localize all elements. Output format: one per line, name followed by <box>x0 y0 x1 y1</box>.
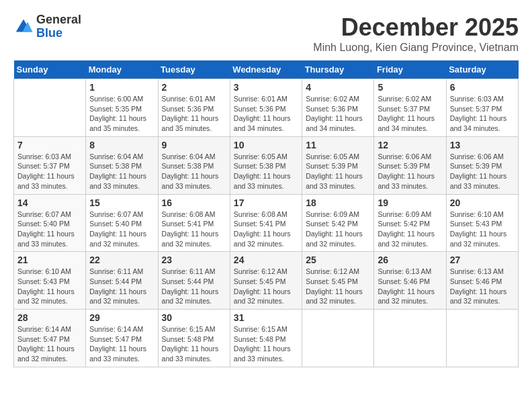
calendar-cell: 22Sunrise: 6:11 AMSunset: 5:44 PMDayligh… <box>86 252 158 310</box>
day-info: Sunrise: 6:07 AMSunset: 5:40 PMDaylight:… <box>89 210 154 249</box>
calendar-cell: 23Sunrise: 6:11 AMSunset: 5:44 PMDayligh… <box>158 252 230 310</box>
calendar-cell: 19Sunrise: 6:09 AMSunset: 5:42 PMDayligh… <box>374 194 446 252</box>
day-info: Sunrise: 6:00 AMSunset: 5:35 PMDaylight:… <box>89 94 154 134</box>
calendar-cell: 18Sunrise: 6:09 AMSunset: 5:42 PMDayligh… <box>302 194 374 252</box>
day-info: Sunrise: 6:05 AMSunset: 5:39 PMDaylight:… <box>306 152 370 191</box>
calendar-cell <box>446 310 518 367</box>
day-info: Sunrise: 6:12 AMSunset: 5:45 PMDaylight:… <box>234 267 298 306</box>
calendar-cell: 26Sunrise: 6:13 AMSunset: 5:46 PMDayligh… <box>374 252 446 310</box>
calendar-cell: 7Sunrise: 6:03 AMSunset: 5:37 PMDaylight… <box>14 136 86 194</box>
calendar-header: SundayMondayTuesdayWednesdayThursdayFrid… <box>14 60 519 79</box>
calendar-cell: 12Sunrise: 6:06 AMSunset: 5:39 PMDayligh… <box>374 136 446 194</box>
day-info: Sunrise: 6:15 AMSunset: 5:48 PMDaylight:… <box>162 324 226 364</box>
calendar-cell: 30Sunrise: 6:15 AMSunset: 5:48 PMDayligh… <box>158 310 230 367</box>
location: Minh Luong, Kien Giang Province, Vietnam <box>313 42 519 54</box>
calendar-cell: 2Sunrise: 6:01 AMSunset: 5:36 PMDaylight… <box>158 79 230 137</box>
logo-general: General <box>36 13 81 27</box>
day-number: 27 <box>450 255 515 265</box>
day-info: Sunrise: 6:03 AMSunset: 5:37 PMDaylight:… <box>17 152 82 191</box>
calendar-week-row: 7Sunrise: 6:03 AMSunset: 5:37 PMDaylight… <box>14 136 519 194</box>
day-number: 25 <box>306 255 370 265</box>
calendar-cell: 24Sunrise: 6:12 AMSunset: 5:45 PMDayligh… <box>230 252 302 310</box>
logo-blue: Blue <box>36 27 81 40</box>
weekday-header: Thursday <box>302 60 374 79</box>
calendar-cell: 3Sunrise: 6:01 AMSunset: 5:36 PMDaylight… <box>230 79 302 137</box>
day-number: 30 <box>162 312 226 323</box>
day-info: Sunrise: 6:10 AMSunset: 5:43 PMDaylight:… <box>450 210 515 249</box>
logo: General Blue <box>13 13 81 40</box>
weekday-header: Sunday <box>14 60 86 79</box>
calendar-cell: 16Sunrise: 6:08 AMSunset: 5:41 PMDayligh… <box>158 194 230 252</box>
day-info: Sunrise: 6:03 AMSunset: 5:37 PMDaylight:… <box>450 94 515 134</box>
calendar-cell: 21Sunrise: 6:10 AMSunset: 5:43 PMDayligh… <box>14 252 86 310</box>
day-number: 19 <box>378 197 442 208</box>
day-number: 15 <box>89 197 154 208</box>
day-info: Sunrise: 6:04 AMSunset: 5:38 PMDaylight:… <box>162 152 226 191</box>
day-info: Sunrise: 6:07 AMSunset: 5:40 PMDaylight:… <box>17 210 82 249</box>
calendar-cell: 27Sunrise: 6:13 AMSunset: 5:46 PMDayligh… <box>446 252 518 310</box>
calendar-cell: 6Sunrise: 6:03 AMSunset: 5:37 PMDaylight… <box>446 79 518 137</box>
day-info: Sunrise: 6:09 AMSunset: 5:42 PMDaylight:… <box>378 210 442 249</box>
day-info: Sunrise: 6:02 AMSunset: 5:36 PMDaylight:… <box>306 94 370 134</box>
calendar-cell: 14Sunrise: 6:07 AMSunset: 5:40 PMDayligh… <box>14 194 86 252</box>
day-info: Sunrise: 6:14 AMSunset: 5:47 PMDaylight:… <box>89 324 154 364</box>
month-title: December 2025 <box>313 13 519 42</box>
calendar-cell: 13Sunrise: 6:06 AMSunset: 5:39 PMDayligh… <box>446 136 518 194</box>
day-info: Sunrise: 6:09 AMSunset: 5:42 PMDaylight:… <box>306 210 370 249</box>
day-info: Sunrise: 6:11 AMSunset: 5:44 PMDaylight:… <box>162 267 226 306</box>
day-info: Sunrise: 6:01 AMSunset: 5:36 PMDaylight:… <box>234 94 298 134</box>
day-info: Sunrise: 6:04 AMSunset: 5:38 PMDaylight:… <box>89 152 154 191</box>
calendar-week-row: 1Sunrise: 6:00 AMSunset: 5:35 PMDaylight… <box>14 79 519 137</box>
calendar-cell: 10Sunrise: 6:05 AMSunset: 5:38 PMDayligh… <box>230 136 302 194</box>
day-number: 10 <box>234 140 298 150</box>
calendar-cell: 9Sunrise: 6:04 AMSunset: 5:38 PMDaylight… <box>158 136 230 194</box>
day-number: 26 <box>378 255 442 265</box>
calendar-body: 1Sunrise: 6:00 AMSunset: 5:35 PMDaylight… <box>14 79 519 367</box>
calendar-cell: 17Sunrise: 6:08 AMSunset: 5:41 PMDayligh… <box>230 194 302 252</box>
calendar-cell: 8Sunrise: 6:04 AMSunset: 5:38 PMDaylight… <box>86 136 158 194</box>
day-number: 2 <box>162 82 226 93</box>
day-info: Sunrise: 6:08 AMSunset: 5:41 PMDaylight:… <box>234 210 298 249</box>
weekday-header: Tuesday <box>158 60 230 79</box>
logo-text: General Blue <box>36 13 81 40</box>
day-number: 29 <box>89 312 154 323</box>
calendar-cell <box>302 310 374 367</box>
day-number: 13 <box>450 140 515 150</box>
page-header: General Blue December 2025 Minh Luong, K… <box>13 13 519 54</box>
calendar-table: SundayMondayTuesdayWednesdayThursdayFrid… <box>13 60 519 367</box>
day-number: 28 <box>17 312 82 323</box>
day-number: 31 <box>234 312 298 323</box>
day-number: 5 <box>378 82 442 93</box>
weekday-header-row: SundayMondayTuesdayWednesdayThursdayFrid… <box>14 60 519 79</box>
calendar-cell: 31Sunrise: 6:15 AMSunset: 5:48 PMDayligh… <box>230 310 302 367</box>
day-info: Sunrise: 6:06 AMSunset: 5:39 PMDaylight:… <box>450 152 515 191</box>
day-info: Sunrise: 6:11 AMSunset: 5:44 PMDaylight:… <box>89 267 154 306</box>
day-number: 16 <box>162 197 226 208</box>
calendar-cell: 4Sunrise: 6:02 AMSunset: 5:36 PMDaylight… <box>302 79 374 137</box>
day-number: 8 <box>89 140 154 150</box>
day-info: Sunrise: 6:01 AMSunset: 5:36 PMDaylight:… <box>162 94 226 134</box>
day-info: Sunrise: 6:05 AMSunset: 5:38 PMDaylight:… <box>234 152 298 191</box>
calendar-cell: 15Sunrise: 6:07 AMSunset: 5:40 PMDayligh… <box>86 194 158 252</box>
day-number: 23 <box>162 255 226 265</box>
calendar-cell: 11Sunrise: 6:05 AMSunset: 5:39 PMDayligh… <box>302 136 374 194</box>
day-info: Sunrise: 6:14 AMSunset: 5:47 PMDaylight:… <box>17 324 82 364</box>
day-info: Sunrise: 6:08 AMSunset: 5:41 PMDaylight:… <box>162 210 226 249</box>
calendar-cell: 25Sunrise: 6:12 AMSunset: 5:45 PMDayligh… <box>302 252 374 310</box>
day-number: 6 <box>450 82 515 93</box>
day-info: Sunrise: 6:15 AMSunset: 5:48 PMDaylight:… <box>234 324 298 364</box>
calendar-cell: 1Sunrise: 6:00 AMSunset: 5:35 PMDaylight… <box>86 79 158 137</box>
calendar-cell <box>374 310 446 367</box>
weekday-header: Wednesday <box>230 60 302 79</box>
logo-icon <box>13 17 34 37</box>
day-number: 20 <box>450 197 515 208</box>
calendar-week-row: 28Sunrise: 6:14 AMSunset: 5:47 PMDayligh… <box>14 310 519 367</box>
calendar-cell: 28Sunrise: 6:14 AMSunset: 5:47 PMDayligh… <box>14 310 86 367</box>
day-number: 12 <box>378 140 442 150</box>
calendar-cell: 20Sunrise: 6:10 AMSunset: 5:43 PMDayligh… <box>446 194 518 252</box>
day-number: 24 <box>234 255 298 265</box>
day-info: Sunrise: 6:13 AMSunset: 5:46 PMDaylight:… <box>378 267 442 306</box>
day-number: 17 <box>234 197 298 208</box>
day-number: 3 <box>234 82 298 93</box>
calendar-week-row: 14Sunrise: 6:07 AMSunset: 5:40 PMDayligh… <box>14 194 519 252</box>
